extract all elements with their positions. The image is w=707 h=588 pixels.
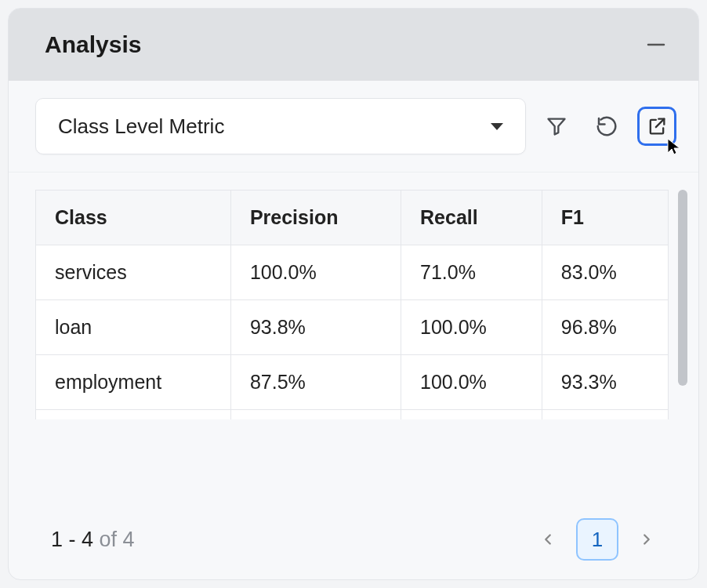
range-text: 1 - 4 bbox=[51, 528, 93, 551]
cell-recall: 100.0% bbox=[401, 355, 542, 410]
pagination-controls: 1 bbox=[531, 518, 664, 561]
next-page-button[interactable] bbox=[629, 522, 664, 557]
pagination-range: 1 - 4 of 4 bbox=[51, 528, 135, 552]
pagination: 1 - 4 of 4 1 bbox=[9, 510, 698, 579]
metric-select-label: Class Level Metric bbox=[58, 114, 224, 139]
toolbar: Class Level Metric bbox=[9, 81, 698, 172]
cell-class: loan bbox=[36, 300, 231, 355]
table-row[interactable]: services 100.0% 71.0% 83.0% bbox=[36, 245, 669, 300]
col-f1: F1 bbox=[542, 191, 668, 245]
minus-icon bbox=[644, 33, 668, 56]
cell-precision: 100.0% bbox=[230, 245, 401, 300]
table-row[interactable]: employment 87.5% 100.0% 93.3% bbox=[36, 355, 669, 410]
chevron-right-icon bbox=[638, 531, 655, 548]
table-row[interactable]: loan 93.8% 100.0% 96.8% bbox=[36, 300, 669, 355]
of-word: of bbox=[100, 528, 118, 551]
reset-button[interactable] bbox=[587, 107, 626, 146]
scrollbar[interactable] bbox=[678, 190, 687, 386]
collapse-button[interactable] bbox=[640, 29, 672, 60]
cell-f1: 93.3% bbox=[542, 355, 668, 410]
panel-header: Analysis bbox=[9, 9, 698, 81]
cell-precision: 87.5% bbox=[230, 355, 401, 410]
metrics-table: Class Precision Recall F1 services 100.0… bbox=[35, 190, 669, 419]
cell-class: services bbox=[36, 245, 231, 300]
cell-class: employment bbox=[36, 355, 231, 410]
mouse-cursor-icon bbox=[665, 137, 683, 156]
page-number[interactable]: 1 bbox=[576, 518, 618, 561]
panel-title: Analysis bbox=[45, 31, 141, 58]
export-button[interactable] bbox=[637, 107, 676, 146]
table-container: Class Precision Recall F1 services 100.0… bbox=[9, 172, 698, 510]
export-icon bbox=[646, 115, 668, 137]
col-precision: Precision bbox=[230, 191, 401, 245]
table-header-row: Class Precision Recall F1 bbox=[36, 191, 669, 245]
cell-f1: 83.0% bbox=[542, 245, 668, 300]
chevron-left-icon bbox=[539, 531, 557, 548]
metric-select[interactable]: Class Level Metric bbox=[35, 98, 526, 154]
table-row bbox=[36, 410, 669, 419]
svg-marker-1 bbox=[549, 119, 565, 135]
total-count: 4 bbox=[123, 528, 135, 551]
cell-recall: 71.0% bbox=[401, 245, 542, 300]
cell-recall: 100.0% bbox=[401, 300, 542, 355]
filter-button[interactable] bbox=[537, 107, 576, 146]
filter-icon bbox=[546, 115, 567, 137]
cell-precision: 93.8% bbox=[230, 300, 401, 355]
col-recall: Recall bbox=[401, 191, 542, 245]
analysis-panel: Analysis Class Level Metric Class Precis… bbox=[8, 8, 699, 580]
caret-down-icon bbox=[491, 123, 503, 130]
prev-page-button[interactable] bbox=[531, 522, 565, 557]
col-class: Class bbox=[36, 191, 231, 245]
reset-icon bbox=[595, 114, 618, 138]
cell-f1: 96.8% bbox=[542, 300, 668, 355]
